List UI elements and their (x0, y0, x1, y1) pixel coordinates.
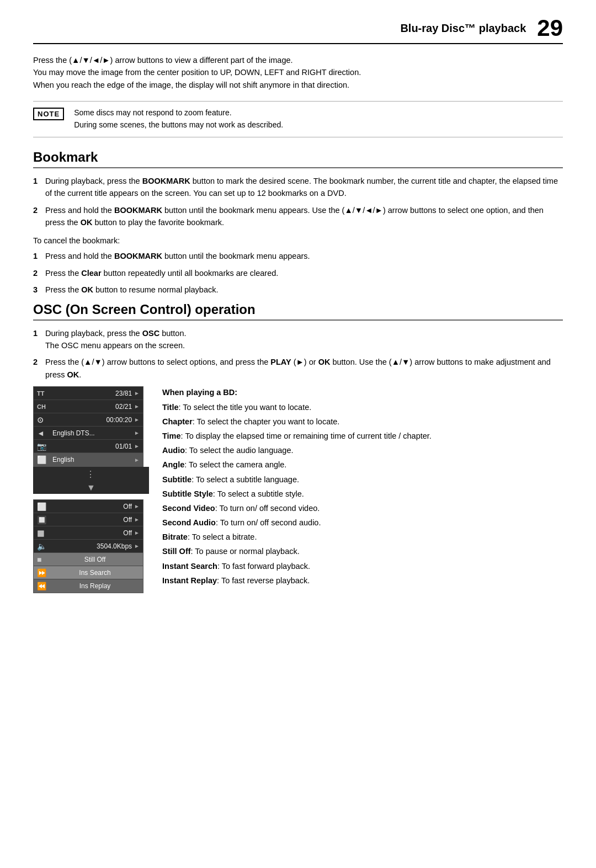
step-number: 3 (33, 284, 45, 296)
osd-icon-time: ⊙ (37, 416, 52, 424)
osd-row-tt: TT 23/81 ► (34, 387, 143, 400)
intro-line-1: Press the (▲/▼/◄/►) arrow buttons to vie… (33, 54, 563, 66)
page-number: 29 (537, 17, 563, 40)
step-number: 2 (33, 356, 45, 368)
osd-label-still: Still Off (52, 556, 137, 563)
osd-row-bitrate: 🔈 3504.0Kbps ► (34, 540, 143, 553)
step-content: Press the OK button to resume normal pla… (45, 284, 563, 296)
osd-row-time: ⊙ 00:00:20 ► (34, 413, 143, 427)
list-item: 2 Press the Clear button repeatedly unti… (33, 267, 563, 279)
bookmark-title: Bookmark (33, 150, 563, 168)
osd-icon-vid2: 🔲 (37, 515, 52, 524)
note-content: Some discs may not respond to zoom featu… (74, 107, 283, 131)
osd-icon-sub2: ⬜ (37, 502, 52, 511)
osd-panel: TT 23/81 ► CH 02/21 ► ⊙ 00:00:2 (33, 386, 149, 593)
desc-instant-search: Instant Search: To fast forward playback… (162, 560, 563, 573)
osd-value-time: 00:00:20 (106, 416, 132, 424)
osd-value-tt: 23/81 (115, 390, 132, 397)
intro-line-3: When you reach the edge of the image, th… (33, 79, 563, 91)
step-number: 1 (33, 327, 45, 339)
osd-icon-aud2: ▦ (37, 529, 52, 537)
list-item: 2 Press the (▲/▼) arrow buttons to selec… (33, 356, 563, 381)
page-container: Blu-ray Disc™ playback 29 Press the (▲/▼… (0, 0, 596, 868)
osd-value-bitrate: 3504.0Kbps (97, 542, 132, 550)
osd-arrow-vid2: ► (134, 516, 140, 523)
osd-label-ins-search: Ins Search (52, 569, 137, 577)
osd-arrow-ch: ► (134, 403, 140, 409)
osd-value-sub2: Off (123, 503, 132, 510)
osc-section: OSC (On Screen Control) operation 1 Duri… (33, 302, 563, 594)
osd-arrow-time: ► (134, 417, 140, 423)
osd-label-ins-replay: Ins Replay (52, 582, 137, 590)
bookmark-section: Bookmark 1 During playback, press the BO… (33, 150, 563, 296)
osc-title: OSC (On Screen Control) operation (33, 302, 563, 321)
desc-instant-replay: Instant Replay: To fast reverse playback… (162, 574, 563, 587)
osd-down-arrow: ▼ (33, 482, 149, 494)
osd-value-aud2: Off (123, 529, 132, 537)
desc-second-audio: Second Audio: To turn on/ off second aud… (162, 516, 563, 529)
step-number: 1 (33, 250, 45, 262)
step-number: 1 (33, 175, 45, 187)
osd-arrow-angle: ► (134, 443, 140, 449)
page-title: Blu-ray Disc™ playback (33, 22, 537, 35)
cancel-steps-list: 1 Press and hold the BOOKMARK button unt… (33, 250, 563, 296)
osd-icon-tt: TT (37, 390, 52, 397)
osc-content: TT 23/81 ► CH 02/21 ► ⊙ 00:00:2 (33, 386, 563, 593)
desc-time: Time: To display the elapsed time or rem… (162, 430, 563, 443)
desc-chapter: Chapter: To select the chapter you want … (162, 416, 563, 428)
list-item: 1 During playback, press the OSC button.… (33, 327, 563, 352)
step-content: Press the (▲/▼) arrow buttons to select … (45, 356, 563, 381)
cancel-intro: To cancel the bookmark: (33, 235, 563, 247)
osd-row-aud2: ▦ Off ► (34, 526, 143, 540)
osd-row-ins-replay: ⏪ Ins Replay (34, 579, 143, 593)
osd-icon-subtitle: ⬜ (37, 455, 52, 464)
step-content: Press the Clear button repeatedly until … (45, 267, 563, 279)
osd-row-ins-search: ⏩ Ins Search (34, 566, 143, 579)
osd-value-ch: 02/21 (115, 403, 132, 411)
osd-arrow-tt: ► (134, 390, 140, 396)
osd-arrow-subtitle: ► (134, 457, 140, 463)
osd-arrow-aud2: ► (134, 530, 140, 536)
list-item: 1 During playback, press the BOOKMARK bu… (33, 175, 563, 200)
step-number: 2 (33, 267, 45, 279)
list-item: 3 Press the OK button to resume normal p… (33, 284, 563, 296)
osd-row-angle: 📷 01/01 ► (34, 440, 143, 453)
osd-icon-audio: ◄ (37, 429, 52, 438)
osd-menu-bottom: ⬜ Off ► 🔲 Off ► ▦ Off (33, 499, 143, 593)
osd-icon-angle: 📷 (37, 442, 52, 451)
note-line-1: Some discs may not respond to zoom featu… (74, 107, 283, 119)
osd-arrow-bitrate: ► (134, 543, 140, 549)
osd-row-sub2: ⬜ Off ► (34, 500, 143, 513)
intro-line-2: You may move the image from the center p… (33, 66, 563, 78)
osd-dots: ⋮ (33, 467, 149, 482)
osd-row-audio: ◄ English DTS... ► (34, 427, 143, 440)
osd-icon-still: ■ (37, 555, 52, 564)
bookmark-steps-list: 1 During playback, press the BOOKMARK bu… (33, 175, 563, 229)
osd-arrow-sub2: ► (134, 503, 140, 509)
osd-value-vid2: Off (123, 516, 132, 524)
osc-descriptions: When playing a BD: Title: To select the … (162, 386, 563, 589)
osd-value-angle: 01/01 (115, 443, 132, 450)
osd-icon-ch: CH (37, 403, 52, 410)
osc-steps-list: 1 During playback, press the OSC button.… (33, 327, 563, 381)
osd-label-subtitle: English (52, 456, 132, 464)
note-box: NOTE Some discs may not respond to zoom … (33, 101, 563, 137)
list-item: 1 Press and hold the BOOKMARK button unt… (33, 250, 563, 262)
step-content: Press and hold the BOOKMARK button until… (45, 204, 563, 229)
osd-icon-bitrate: 🔈 (37, 542, 52, 551)
desc-second-video: Second Video: To turn on/ off second vid… (162, 502, 563, 515)
intro-text: Press the (▲/▼/◄/►) arrow buttons to vie… (33, 54, 563, 91)
osd-row-vid2: 🔲 Off ► (34, 513, 143, 526)
page-header: Blu-ray Disc™ playback 29 (33, 17, 563, 44)
desc-bitrate: Bitrate: To select a bitrate. (162, 531, 563, 544)
desc-audio: Audio: To select the audio language. (162, 444, 563, 457)
osd-arrow-audio: ► (134, 430, 140, 436)
note-label: NOTE (33, 108, 64, 120)
osd-row-ch: CH 02/21 ► (34, 400, 143, 413)
desc-still-off: Still Off: To pause or normal playback. (162, 545, 563, 558)
step-number: 2 (33, 204, 45, 216)
osd-icon-ins-replay: ⏪ (37, 582, 52, 590)
step-content: During playback, press the OSC button. T… (45, 327, 563, 352)
step-content: Press and hold the BOOKMARK button until… (45, 250, 563, 262)
desc-subtitle: Subtitle: To select a subtitle language. (162, 473, 563, 486)
